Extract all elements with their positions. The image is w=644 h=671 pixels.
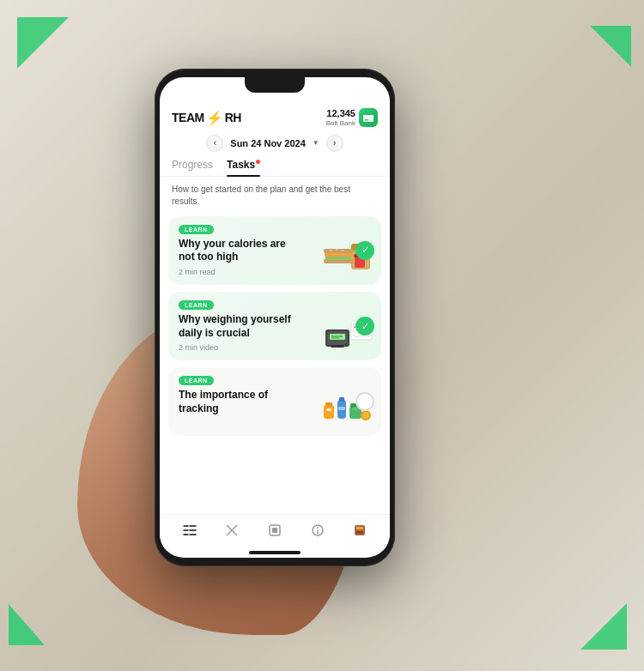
home-indicator (249, 551, 301, 554)
task-complete-2[interactable]: ✓ (355, 317, 374, 336)
tab-bar: Progress Tasks (160, 155, 390, 177)
learn-badge-3: Learn (179, 376, 214, 385)
tasks-nav-icon (181, 522, 198, 539)
tools-nav-icon (223, 522, 240, 539)
phone-body: TEAM ⚡ RH 12,345 Bolt Bank (155, 69, 395, 566)
svg-rect-2 (365, 119, 368, 121)
info-nav-icon (309, 522, 326, 539)
meals-nav-icon (266, 522, 283, 539)
svg-rect-28 (339, 397, 344, 402)
svg-rect-25 (325, 402, 332, 407)
svg-rect-48 (355, 525, 365, 535)
next-date-button[interactable]: › (326, 135, 343, 152)
tab-progress[interactable]: Progress (172, 159, 213, 176)
page-subtitle: How to get started on the plan and get t… (160, 177, 390, 213)
current-date: Sun 24 Nov 2024 (230, 138, 305, 148)
app-header: TEAM ⚡ RH 12,345 Bolt Bank (160, 101, 390, 131)
svg-rect-26 (326, 408, 331, 411)
tasks-list: Learn Why your calories are not too high… (160, 213, 390, 514)
svg-point-12 (330, 250, 332, 251)
logo-team: TEAM (172, 111, 204, 124)
task-card-1[interactable]: Learn Why your calories are not too high… (168, 216, 381, 285)
bank-area[interactable]: 12,345 Bolt Bank (326, 108, 378, 128)
date-navigation: ‹ Sun 24 Nov 2024 ▼ › (160, 131, 390, 155)
phone-notch (245, 77, 305, 93)
svg-rect-50 (356, 531, 363, 534)
svg-rect-44 (272, 528, 277, 533)
svg-point-46 (317, 527, 319, 529)
bank-icon (359, 108, 378, 127)
svg-point-34 (362, 412, 369, 419)
task-card-2[interactable]: Learn Why weighing yourself daily is cru… (168, 292, 381, 360)
logo-bolt-icon: ⚡ (206, 110, 223, 126)
tasks-dot-badge (256, 160, 260, 164)
bank-info: 12,345 Bolt Bank (326, 108, 355, 128)
learn-badge-2: Learn (179, 300, 214, 310)
nav-item-more[interactable] (351, 522, 368, 539)
bottom-nav (160, 514, 390, 551)
svg-rect-20 (331, 345, 344, 348)
tab-tasks[interactable]: Tasks (227, 159, 260, 176)
task-title-1: Why your calories are not too high (179, 238, 299, 264)
svg-rect-49 (356, 527, 363, 529)
svg-rect-29 (338, 407, 345, 410)
logo-area: TEAM ⚡ RH (172, 110, 241, 126)
task-title-3: The importance of tracking (179, 389, 299, 415)
screen-content: TEAM ⚡ RH 12,345 Bolt Bank (160, 77, 390, 558)
svg-rect-24 (324, 405, 334, 419)
svg-point-14 (342, 250, 344, 251)
learn-badge-1: Learn (179, 225, 214, 234)
date-chevron-icon[interactable]: ▼ (313, 139, 319, 147)
bank-amount: 12,345 (326, 108, 355, 119)
prev-date-button[interactable]: ‹ (206, 135, 223, 152)
svg-rect-1 (363, 115, 374, 118)
phone-screen: TEAM ⚡ RH 12,345 Bolt Bank (160, 77, 390, 558)
bank-label: Bolt Bank (326, 119, 355, 128)
nav-item-tools[interactable] (223, 522, 240, 539)
nav-item-tasks[interactable] (181, 522, 198, 539)
task-title-2: Why weighing yourself daily is crucial (179, 313, 299, 340)
nav-item-info[interactable] (309, 522, 326, 539)
task-complete-1[interactable]: ✓ (355, 241, 374, 260)
logo-rh: RH (225, 111, 241, 124)
more-nav-icon (351, 522, 368, 539)
task-card-3[interactable]: Learn The importance of tracking (168, 367, 381, 436)
svg-rect-8 (324, 249, 353, 253)
task-incomplete-3[interactable] (355, 392, 374, 411)
phone-wrapper: TEAM ⚡ RH 12,345 Bolt Bank (103, 69, 532, 601)
svg-point-13 (336, 249, 338, 251)
nav-item-meals[interactable] (266, 522, 283, 539)
